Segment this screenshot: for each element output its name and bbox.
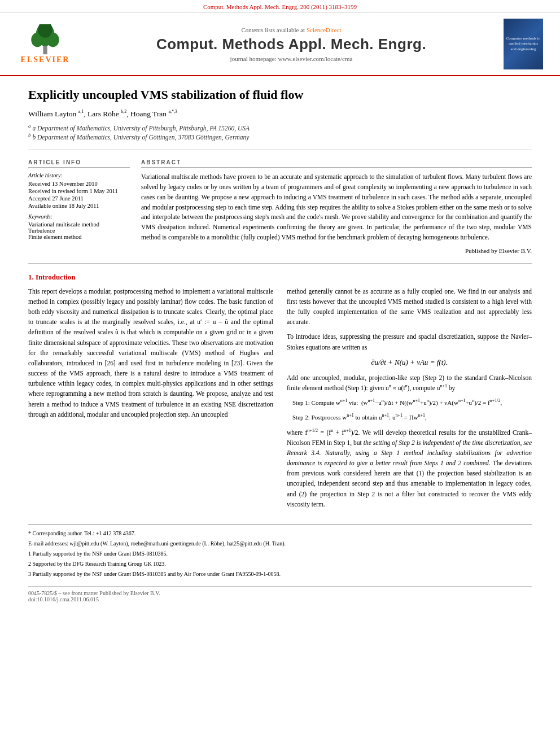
elsevier-tree-icon [23,24,68,55]
svg-rect-0 [43,45,47,54]
body-right-para4: where fn+1/2 = (fn + fn+1)/2. We will de… [287,427,532,509]
doi-line: doi:10.1016/j.cma.2011.06.015 [28,596,532,602]
math-equation1: ∂u/∂t + N(u) + νAu = f(t). [287,358,532,367]
author3-super: a,*,3 [169,109,178,114]
published-by: Published by Elsevier B.V. [141,247,532,254]
affil-b-super: b [28,132,31,138]
authors-line: William Layton a,1, Lars Röhe b,2, Hoang… [28,109,532,119]
affil-b: b b Department of Mathematics, Universit… [28,132,532,141]
header-divider [28,150,532,150]
keyword-1: Variational multiscale method [28,221,130,228]
abstract-label: ABSTRACT [141,159,532,168]
journal-center: Contents lists available at ScienceDirec… [79,27,504,62]
journal-header: ELSEVIER Contents lists available at Sci… [0,13,560,76]
footnote-2: 2 Supported by the DFG Research Training… [28,560,532,568]
article-info-panel: ARTICLE INFO Article history: Received 1… [28,159,130,254]
step-1-text: Step 1: Compute wn+1 via: (wn+1−un)/Δt +… [287,397,532,408]
elsevier-brand-text: ELSEVIER [21,55,70,64]
step-2-text: Step 2: Postprocess wn+1 to obtain un+1:… [287,412,532,422]
journal-cover-image: Computer methods in applied mechanics an… [504,19,543,69]
keyword-3: Finite element method [28,234,130,240]
author1-super: a,1 [78,109,84,114]
keywords-section: Keywords: Variational multiscale method … [28,213,130,240]
body-divider [28,263,532,264]
section1-heading: 1. Introduction [28,273,532,282]
abstract-panel: ABSTRACT Variational multiscale methods … [141,159,532,254]
history-label: Article history: [28,172,130,178]
sciencedirect-link[interactable]: ScienceDirect [307,27,342,33]
elsevier-logo-area: ELSEVIER [11,24,79,64]
received-date: Received 13 November 2010 [28,181,130,187]
accepted-date: Accepted 27 June 2011 [28,195,130,202]
journal-cover-area: Computer methods in applied mechanics an… [504,19,549,69]
affil-a: a a Department of Mathematics, Universit… [28,123,532,132]
email-values: wjl@pitt.edu (W. Layton), roehe@math.uni… [69,540,286,547]
elsevier-logo: ELSEVIER [11,24,79,64]
keyword-2: Turbulence [28,228,130,234]
citation-text: Comput. Methods Appl. Mech. Engrg. 200 (… [203,3,357,10]
footnote-star: * Corresponding author. Tel.: +1 412 378… [28,529,532,538]
keywords-label: Keywords: [28,213,130,220]
footnote-emails: E-mail addresses: wjl@pitt.edu (W. Layto… [28,539,532,548]
online-date: Available online 18 July 2011 [28,203,130,209]
issn-line: 0045-7825/$ – see front matter Published… [28,590,532,596]
journal-title: Comput. Methods Appl. Mech. Engrg. [79,36,504,53]
journal-homepage: journal homepage: www.elsevier.com/locat… [79,55,504,62]
body-right-col: method generally cannot be as accurate a… [287,286,532,514]
email-label: E-mail addresses: [28,540,68,547]
abstract-text: Variational multiscale methods have prov… [141,172,532,243]
author2-super: b,2 [121,109,126,114]
affil-a-super: a [28,123,31,129]
body-right-para1: method generally cannot be as accurate a… [287,286,532,327]
info-abstract-row: ARTICLE INFO Article history: Received 1… [28,159,532,254]
footnote-1: 1 Partially supported by the NSF under G… [28,549,532,558]
footnotes-section: * Corresponding author. Tel.: +1 412 378… [28,524,532,578]
body-two-col: This report develops a modular, postproc… [28,286,532,514]
body-right-para3: Add one uncoupled, modular, projection-l… [287,373,532,393]
body-left-para1: This report develops a modular, postproc… [28,286,273,420]
citation-bar: Comput. Methods Appl. Mech. Engrg. 200 (… [0,0,560,13]
article-title: Explicitly uncoupled VMS stabilization o… [28,88,532,102]
article-info-label: ARTICLE INFO [28,159,130,168]
sciencedirect-line: Contents lists available at ScienceDirec… [79,27,504,33]
revised-date: Received in revised form 1 May 2011 [28,188,130,194]
footnote-3: 3 Partially supported by the NSF under G… [28,570,532,578]
body-left-col: This report develops a modular, postproc… [28,286,273,514]
bottom-bar: 0045-7825/$ – see front matter Published… [28,586,532,602]
main-content: Explicitly uncoupled VMS stabilization o… [0,76,560,614]
affiliations: a a Department of Mathematics, Universit… [28,123,532,141]
body-right-para2: To introduce ideas, suppressing the pres… [287,331,532,352]
